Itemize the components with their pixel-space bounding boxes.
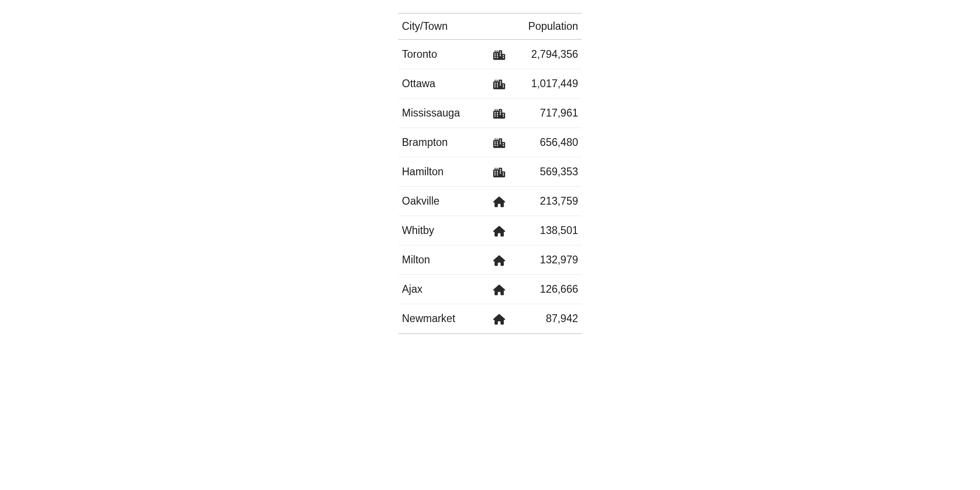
table-header-row: City/Town Population xyxy=(398,13,582,39)
population-cell: 132,979 xyxy=(508,245,582,275)
city-cell: Milton xyxy=(398,245,490,275)
header-population: Population xyxy=(508,13,582,39)
city-cell: Mississauga xyxy=(398,99,490,128)
city-icon xyxy=(490,69,508,99)
table-row: Toronto2,794,356 xyxy=(398,39,582,69)
city-cell: Ajax xyxy=(398,275,490,304)
house-icon xyxy=(490,216,508,245)
population-table-container: City/Town Population Toronto2,794,356Ott… xyxy=(398,13,582,334)
table-row: Ottawa1,017,449 xyxy=(398,69,582,99)
city-icon xyxy=(490,157,508,187)
table-row: Oakville213,759 xyxy=(398,187,582,216)
table-row: Brampton656,480 xyxy=(398,128,582,157)
table-row: Mississauga717,961 xyxy=(398,99,582,128)
table-row: Whitby138,501 xyxy=(398,216,582,245)
city-icon xyxy=(490,39,508,69)
population-table: City/Town Population Toronto2,794,356Ott… xyxy=(398,13,582,334)
header-icon-spacer xyxy=(490,13,508,39)
population-cell: 1,017,449 xyxy=(508,69,582,99)
city-cell: Whitby xyxy=(398,216,490,245)
city-cell: Toronto xyxy=(398,39,490,69)
city-cell: Hamilton xyxy=(398,157,490,187)
population-cell: 2,794,356 xyxy=(508,39,582,69)
table-row: Newmarket87,942 xyxy=(398,304,582,334)
table-body: Toronto2,794,356Ottawa1,017,449Mississau… xyxy=(398,39,582,334)
city-cell: Oakville xyxy=(398,187,490,216)
house-icon xyxy=(490,275,508,304)
city-cell: Ottawa xyxy=(398,69,490,99)
population-cell: 717,961 xyxy=(508,99,582,128)
house-icon xyxy=(490,187,508,216)
population-cell: 656,480 xyxy=(508,128,582,157)
population-cell: 138,501 xyxy=(508,216,582,245)
house-icon xyxy=(490,245,508,275)
header-city: City/Town xyxy=(398,13,490,39)
table-row: Ajax126,666 xyxy=(398,275,582,304)
house-icon xyxy=(490,304,508,334)
table-row: Hamilton569,353 xyxy=(398,157,582,187)
population-cell: 126,666 xyxy=(508,275,582,304)
population-cell: 87,942 xyxy=(508,304,582,334)
population-cell: 569,353 xyxy=(508,157,582,187)
city-cell: Brampton xyxy=(398,128,490,157)
table-row: Milton132,979 xyxy=(398,245,582,275)
population-cell: 213,759 xyxy=(508,187,582,216)
city-icon xyxy=(490,128,508,157)
city-icon xyxy=(490,99,508,128)
city-cell: Newmarket xyxy=(398,304,490,334)
